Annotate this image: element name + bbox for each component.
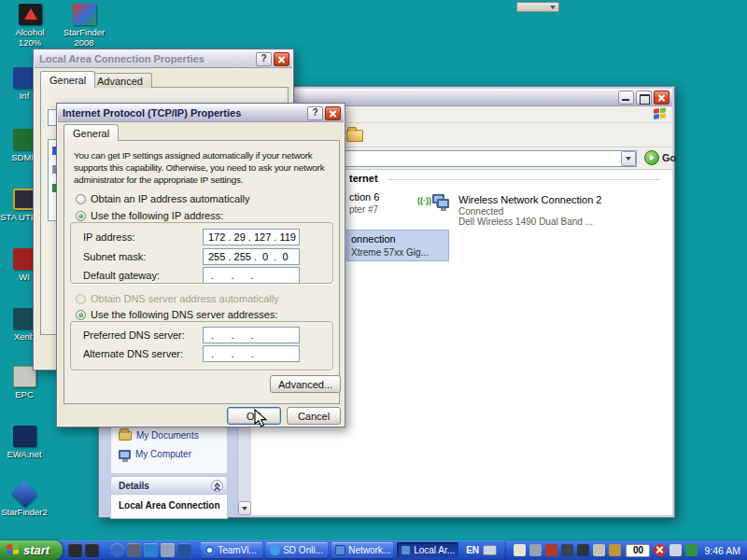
- desktop-icon-ewa-net[interactable]: EWA.net: [0, 426, 50, 460]
- system-tray: 00 9:46 AM: [506, 540, 747, 560]
- teamviewer-icon: [204, 545, 215, 555]
- details-body: Local Area Connection: [110, 495, 228, 519]
- quicklaunch-app-icon-2[interactable]: [127, 543, 141, 557]
- tab-general[interactable]: General: [63, 124, 119, 141]
- taskbar: start TeamVi... SD Onli... Network... Lo…: [0, 540, 747, 560]
- radio-icon: [76, 194, 86, 204]
- start-button[interactable]: start: [0, 540, 63, 560]
- phone-tray-icon[interactable]: [577, 544, 589, 556]
- radio-icon: [76, 211, 86, 221]
- radio-obtain-ip[interactable]: Obtain an IP address automatically: [76, 193, 249, 204]
- sync-tray-icon[interactable]: [545, 544, 557, 556]
- collapse-chevron-icon[interactable]: [211, 480, 223, 492]
- error-tray-icon[interactable]: [654, 544, 666, 556]
- chevron-down-icon: [242, 507, 247, 511]
- desktop-icon-starfinder-2008[interactable]: StarFinder 2008: [58, 4, 110, 48]
- globe-icon: [270, 545, 280, 555]
- link-my-computer[interactable]: My Computer: [119, 449, 191, 459]
- quicklaunch-grid-icon-2[interactable]: [85, 543, 99, 557]
- default-gateway-field[interactable]: . . .: [203, 267, 300, 284]
- language-indicator[interactable]: EN: [466, 545, 479, 555]
- task-button-sd-online[interactable]: SD Onli...: [266, 542, 328, 558]
- network-status-tray-icon[interactable]: [685, 544, 698, 556]
- starfinder-icon: [73, 4, 96, 25]
- volume-tray-icon[interactable]: [669, 544, 682, 556]
- messenger-tray-icon[interactable]: [561, 544, 573, 556]
- ip-address-field[interactable]: 172 . 29 . 127 . 119: [203, 229, 300, 245]
- help-button[interactable]: [256, 52, 272, 66]
- preferred-dns-field[interactable]: . . .: [203, 327, 300, 343]
- computer-icon: [119, 450, 131, 459]
- desktop-icon-starfinder2[interactable]: StarFinder2: [0, 483, 50, 518]
- maximize-button[interactable]: [636, 91, 652, 105]
- default-gateway-label: Default gateway:: [83, 270, 160, 281]
- go-button[interactable]: Go: [644, 150, 676, 165]
- starfinder2-icon: [11, 481, 38, 508]
- go-arrow-icon: [644, 150, 659, 165]
- quicklaunch-app-icon-3[interactable]: [144, 543, 158, 557]
- alcohol-icon: [19, 4, 42, 25]
- tab-advanced[interactable]: Advanced: [88, 73, 152, 88]
- task-button-teamviewer[interactable]: TeamVi...: [201, 542, 262, 558]
- desktop-icon-label: EPC: [0, 390, 50, 400]
- go-label: Go: [662, 152, 676, 163]
- keyboard-icon[interactable]: [483, 545, 497, 555]
- connection-item-selected-fragment[interactable]: onnection Xtreme 57xx Gig...: [346, 230, 449, 261]
- key-tray-icon[interactable]: [609, 544, 621, 556]
- dialog-title: Local Area Connection Properties: [37, 53, 254, 64]
- app-icon: [13, 426, 36, 447]
- quicklaunch-app-icon-1[interactable]: [110, 543, 124, 557]
- desktop-icon-alcohol[interactable]: Alcohol 120%: [4, 4, 56, 48]
- close-button[interactable]: [654, 91, 669, 105]
- desktop: Alcohol 120% StarFinder 2008 Inf SDME ST…: [0, 0, 747, 560]
- intro-text: You can get IP settings assigned automat…: [74, 149, 339, 189]
- status-tray-icon[interactable]: [529, 544, 542, 556]
- subnet-mask-field[interactable]: 255 . 255 . 0 . 0: [203, 248, 300, 265]
- address-dropdown-button[interactable]: [621, 151, 636, 166]
- quicklaunch-app-icon-4[interactable]: [161, 543, 175, 557]
- folders-button-icon[interactable]: [346, 130, 363, 142]
- desktop-icon-label: StarFinder 2008: [58, 28, 110, 48]
- subnet-mask-label: Subnet mask:: [83, 251, 146, 262]
- preferred-dns-label: Preferred DNS server:: [83, 329, 185, 341]
- radio-use-dns[interactable]: Use the following DNS server addresses:: [76, 309, 278, 320]
- quicklaunch-grid-icon[interactable]: [68, 543, 82, 557]
- cancel-button[interactable]: Cancel: [287, 407, 341, 425]
- task-button-local-area[interactable]: Local Ar...: [397, 542, 458, 558]
- link-my-documents[interactable]: My Documents: [119, 430, 199, 441]
- task-button-network-connections[interactable]: Network...: [331, 542, 393, 558]
- desktop-icon-label: StarFinder2: [0, 508, 50, 518]
- details-header[interactable]: Details: [110, 476, 228, 495]
- alternate-dns-field[interactable]: . . .: [203, 345, 300, 362]
- dialog-titlebar: Local Area Connection Properties: [35, 50, 292, 68]
- radio-use-ip[interactable]: Use the following IP address:: [76, 210, 223, 221]
- close-button[interactable]: [325, 106, 341, 120]
- tcpip-properties-dialog: Internet Protocol (TCP/IP) Properties Ge…: [56, 103, 345, 427]
- network-icon: [401, 545, 411, 555]
- tray-counter-badge[interactable]: 00: [626, 544, 650, 557]
- windows-logo-icon: [654, 107, 667, 120]
- notes-tray-icon[interactable]: [514, 544, 526, 556]
- tray-clock[interactable]: 9:46 AM: [704, 545, 740, 556]
- advanced-button[interactable]: Advanced...: [270, 375, 341, 393]
- minimize-button[interactable]: [618, 91, 634, 105]
- chevron-down-icon: [626, 157, 631, 161]
- desktop-icon-label: Alcohol 120%: [4, 28, 56, 48]
- tab-general[interactable]: General: [40, 71, 95, 88]
- help-button[interactable]: [307, 106, 323, 120]
- dialog-title: Internet Protocol (TCP/IP) Properties: [61, 107, 305, 119]
- quicklaunch-app-icon-5[interactable]: [177, 543, 191, 557]
- windows-flag-icon: [7, 543, 20, 556]
- section-header-fragment: ternet: [349, 173, 378, 184]
- collapsed-toolbar[interactable]: [516, 2, 559, 12]
- desktop-icon-label: EWA.net: [0, 450, 50, 460]
- scroll-down-button[interactable]: [238, 501, 251, 515]
- address-combo[interactable]: [308, 150, 637, 167]
- ip-address-label: IP address:: [83, 231, 134, 243]
- printer-tray-icon[interactable]: [593, 544, 605, 556]
- radio-icon: [76, 294, 86, 304]
- alternate-dns-label: Alternate DNS server:: [83, 348, 183, 359]
- section-divider: [388, 179, 660, 180]
- close-button[interactable]: [274, 52, 289, 66]
- desktop-icon-epc[interactable]: EPC: [0, 366, 50, 400]
